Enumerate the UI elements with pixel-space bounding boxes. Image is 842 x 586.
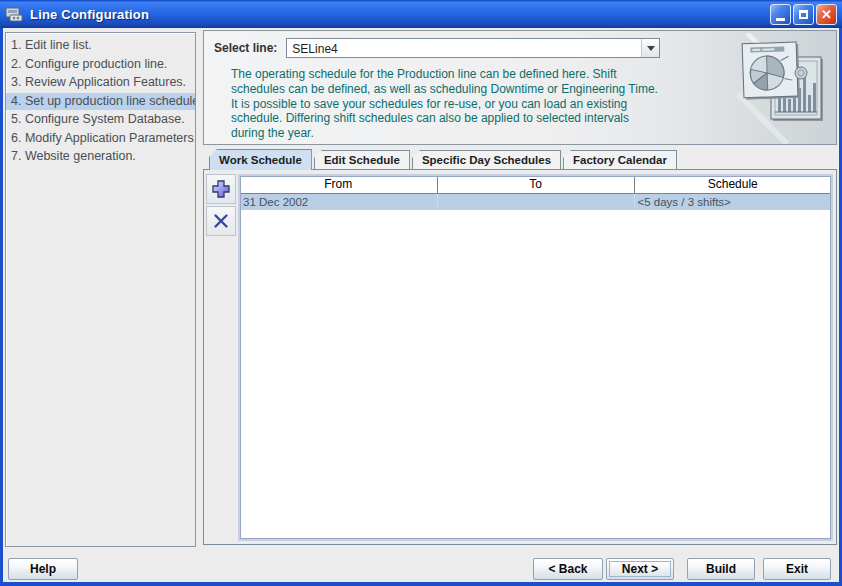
schedule-table-viewport[interactable]: From To Schedule 31 Dec 2002 <5 days / 3… [238, 174, 833, 541]
plus-icon [211, 179, 231, 199]
tab-edit-schedule[interactable]: Edit Schedule [314, 150, 410, 169]
step-item-review-application-features[interactable]: 3. Review Application Features. [6, 74, 195, 92]
titlebar[interactable]: Line Configuration ✕ [0, 0, 842, 28]
wizard-step-list: 1. Edit line list. 2. Configure producti… [5, 32, 196, 547]
maximize-icon [799, 10, 808, 19]
cell-to[interactable] [437, 193, 634, 210]
window-title: Line Configuration [30, 7, 149, 22]
step-item-website-generation[interactable]: 7. Website generation. [6, 148, 195, 166]
schedule-table: From To Schedule 31 Dec 2002 <5 days / 3… [240, 176, 831, 210]
chevron-down-icon [647, 46, 655, 55]
minimize-button[interactable] [770, 4, 791, 25]
step-item-modify-application-parameters[interactable]: 6. Modify Application Parameters. [6, 130, 195, 148]
step-item-edit-line-list[interactable]: 1. Edit line list. [6, 37, 195, 55]
exit-button[interactable]: Exit [763, 558, 831, 580]
window-body: 1. Edit line list. 2. Configure producti… [3, 28, 839, 582]
select-line-label: Select line: [214, 41, 277, 55]
minimize-icon [776, 18, 785, 21]
build-button[interactable]: Build [687, 558, 755, 580]
line-info-panel: Select line: SELine4 The operating sched… [203, 30, 837, 145]
line-combobox-arrow-button[interactable] [641, 39, 659, 57]
app-icon [5, 6, 25, 23]
add-interval-button[interactable] [206, 174, 236, 204]
close-button[interactable]: ✕ [816, 4, 837, 25]
select-line-row: Select line: SELine4 [214, 38, 660, 58]
step-item-configure-production-line[interactable]: 2. Configure production line. [6, 56, 195, 74]
x-icon [212, 212, 230, 230]
delete-interval-button[interactable] [206, 206, 236, 236]
help-button[interactable]: Help [8, 558, 78, 580]
line-combobox[interactable]: SELine4 [286, 38, 660, 58]
tab-factory-calendar[interactable]: Factory Calendar [563, 150, 677, 169]
schedule-toolbar [206, 174, 237, 238]
window-controls: ✕ [770, 4, 837, 25]
column-header-to[interactable]: To [437, 176, 634, 193]
cell-from[interactable]: 31 Dec 2002 [240, 193, 437, 210]
step-item-setup-line-schedule[interactable]: 4. Set up production line schedule. [6, 93, 195, 111]
back-button[interactable]: < Back [533, 558, 603, 580]
maximize-button[interactable] [793, 4, 814, 25]
work-schedule-tab-content: From To Schedule 31 Dec 2002 <5 days / 3… [203, 169, 837, 545]
cell-schedule[interactable]: <5 days / 3 shifts> [634, 193, 831, 210]
table-header-row: From To Schedule [240, 176, 831, 193]
column-header-from[interactable]: From [240, 176, 437, 193]
charts-illustration [737, 33, 833, 144]
table-row[interactable]: 31 Dec 2002 <5 days / 3 shifts> [240, 193, 831, 210]
line-combobox-value: SELine4 [287, 39, 641, 57]
next-button[interactable]: Next > [606, 558, 674, 580]
schedule-tab-panel: Work Schedule Edit Schedule Specific Day… [203, 148, 837, 545]
step-item-configure-system-database[interactable]: 5. Configure System Database. [6, 111, 195, 129]
tab-specific-day-schedules[interactable]: Specific Day Schedules [412, 150, 561, 169]
schedule-description-text: The operating schedule for the Productio… [231, 67, 665, 141]
line-configuration-window: Line Configuration ✕ 1. Edit line list. … [0, 0, 842, 586]
tab-row: Work Schedule Edit Schedule Specific Day… [203, 148, 837, 169]
close-icon: ✕ [821, 7, 832, 22]
column-header-schedule[interactable]: Schedule [634, 176, 831, 193]
tab-work-schedule[interactable]: Work Schedule [209, 149, 312, 170]
